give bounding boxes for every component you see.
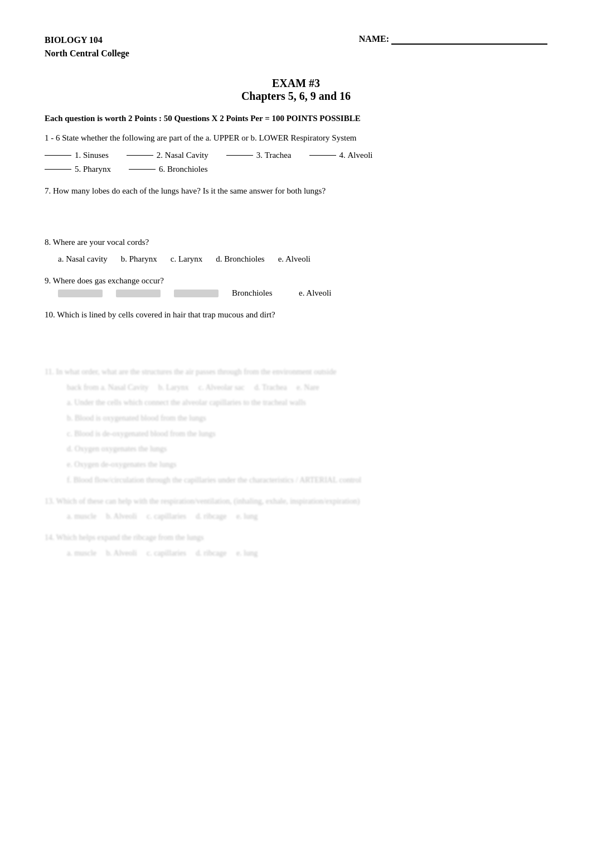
- q9-redacted-a: [58, 290, 103, 297]
- blank-1: [45, 155, 71, 156]
- q9-text: Where does gas exchange occur?: [53, 276, 164, 285]
- header-right: NAME:: [359, 33, 547, 45]
- question-10: 10. Which is lined by cells covered in h…: [45, 308, 547, 321]
- q8-text: Where are your vocal cords?: [53, 238, 149, 247]
- blurred-line-14b: a. muscle b. Alveoli c. capillaries d. r…: [67, 547, 547, 560]
- item-num-3: 3.: [256, 151, 263, 160]
- blank-6: [129, 169, 156, 170]
- q8-choice-a: a. Nasal cavity: [58, 254, 108, 264]
- blank-5: [45, 169, 71, 170]
- q9-number: 9.: [45, 276, 51, 285]
- q9-redacted-c: [174, 290, 219, 297]
- item-label-1: Sinuses: [83, 151, 109, 160]
- item-num-4: 4.: [339, 151, 346, 160]
- q9-choice-bronchioles: Bronchioles: [232, 288, 273, 298]
- blurred-line-11c: a. Under the cells which connect the alv…: [67, 397, 547, 409]
- q8-choice-c: c. Larynx: [171, 254, 202, 264]
- blurred-line-11b: back from a. Nasal Cavity b. Larynx c. A…: [67, 382, 547, 394]
- fill-row-1: 1. Sinuses 2. Nasal Cavity 3. Trachea 4.…: [45, 151, 547, 160]
- fill-item-1: 1. Sinuses: [45, 151, 109, 160]
- q8-number: 8.: [45, 238, 51, 247]
- q8-choice-d: d. Bronchioles: [216, 254, 265, 264]
- question-8: 8. Where are your vocal cords?: [45, 235, 547, 249]
- q8-choice-b: b. Pharynx: [121, 254, 157, 264]
- question-9: 9. Where does gas exchange occur?: [45, 274, 547, 287]
- fill-item-5: 5. Pharynx: [45, 165, 111, 174]
- blank-4: [309, 155, 336, 156]
- question-7-block: 7. How many lobes do each of the lungs h…: [45, 184, 547, 225]
- item-label-6: Bronchioles: [167, 165, 208, 174]
- exam-title-line2: Chapters 5, 6, 9 and 16: [45, 90, 547, 103]
- q7-text: How many lobes do each of the lungs have…: [53, 186, 326, 195]
- item-num-2: 2.: [157, 151, 163, 160]
- points-info: Each question is worth 2 Points : 50 Que…: [45, 114, 547, 123]
- q8-choice-e: e. Alveoli: [278, 254, 310, 264]
- question-10-block: 10. Which is lined by cells covered in h…: [45, 308, 547, 344]
- item-label-5: Pharynx: [83, 165, 111, 174]
- header-row: BIOLOGY 104 North Central College NAME:: [45, 33, 547, 60]
- q10-text: Which is lined by cells covered in hair …: [57, 310, 275, 319]
- blurred-section: 11. In what order, what are the structur…: [45, 366, 547, 559]
- blurred-line-11f: d. Oxygen oxygenates the lungs: [67, 443, 547, 455]
- fill-item-6: 6. Bronchioles: [129, 165, 208, 174]
- question-7: 7. How many lobes do each of the lungs h…: [45, 184, 547, 197]
- blurred-line-13a: 13. Which of these can help with the res…: [45, 495, 547, 508]
- question-9-block: 9. Where does gas exchange occur? Bronch…: [45, 274, 547, 298]
- blurred-block-1: 11. In what order, what are the structur…: [45, 366, 547, 486]
- blurred-line-11g: e. Oxygen de-oxygenates the lungs: [67, 459, 547, 471]
- blurred-line-11d: b. Blood is oxygenated blood from the lu…: [67, 412, 547, 425]
- course-title: BIOLOGY 104: [45, 33, 129, 47]
- blank-2: [127, 155, 153, 156]
- institution-name: North Central College: [45, 47, 129, 60]
- fill-item-2: 2. Nasal Cavity: [127, 151, 208, 160]
- q9-choices: Bronchioles e. Alveoli: [58, 288, 547, 298]
- fill-item-3: 3. Trachea: [226, 151, 292, 160]
- name-label: NAME:: [359, 34, 389, 44]
- exam-title-line1: EXAM #3: [45, 77, 547, 90]
- blurred-line-13b: a. muscle b. Alveoli c. capillaries d. r…: [67, 510, 547, 523]
- section1-instruction: 1 - 6 State whether the following are pa…: [45, 133, 547, 143]
- blurred-line-11h: f. Blood flow/circulation through the ca…: [67, 474, 547, 486]
- blank-3: [226, 155, 253, 156]
- blurred-block-2: 13. Which of these can help with the res…: [45, 495, 547, 523]
- fill-row-2: 5. Pharynx 6. Bronchioles: [45, 165, 547, 174]
- name-line: [391, 33, 547, 45]
- blurred-line-11e: c. Blood is de-oxygenated blood from the…: [67, 428, 547, 440]
- item-label-2: Nasal Cavity: [165, 151, 208, 160]
- fill-item-4: 4. Alveoli: [309, 151, 373, 160]
- exam-title-block: EXAM #3 Chapters 5, 6, 9 and 16: [45, 77, 547, 103]
- item-num-1: 1.: [75, 151, 81, 160]
- item-label-3: Trachea: [265, 151, 292, 160]
- item-label-4: Alveoli: [348, 151, 373, 160]
- blurred-line-11a: 11. In what order, what are the structur…: [45, 366, 547, 378]
- blurred-block-3: 14. Which helps expand the ribcage from …: [45, 532, 547, 559]
- q7-number: 7.: [45, 186, 51, 195]
- header-left: BIOLOGY 104 North Central College: [45, 33, 129, 60]
- q9-redacted-b: [116, 290, 161, 297]
- blurred-line-14a: 14. Which helps expand the ribcage from …: [45, 532, 547, 544]
- item-num-5: 5.: [75, 165, 81, 174]
- q10-number: 10.: [45, 310, 55, 319]
- q8-choices: a. Nasal cavity b. Pharynx c. Larynx d. …: [58, 254, 547, 264]
- item-num-6: 6.: [159, 165, 165, 174]
- q9-choice-alveoli: e. Alveoli: [299, 288, 331, 298]
- question-8-block: 8. Where are your vocal cords? a. Nasal …: [45, 235, 547, 264]
